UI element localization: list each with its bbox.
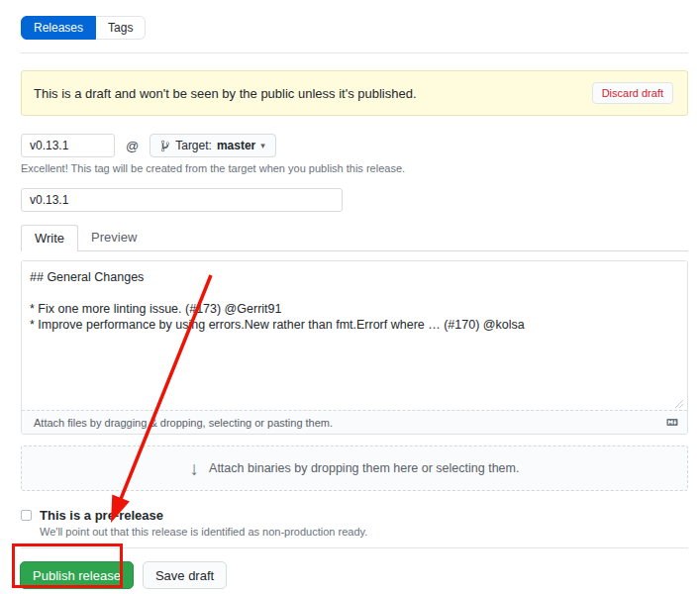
release-title-input[interactable] [21, 188, 343, 212]
actions-row: Publish release Save draft [21, 561, 688, 589]
actions-divider [21, 547, 688, 548]
arrow-down-icon: ↓ [190, 459, 200, 478]
tab-releases[interactable]: Releases [21, 16, 96, 40]
attach-files-bar[interactable]: Attach files by dragging & dropping, sel… [22, 410, 687, 434]
prerelease-label[interactable]: This is a pre-release [40, 508, 163, 523]
prerelease-section: This is a pre-release We'll point out th… [21, 508, 688, 538]
target-label: Target: [175, 139, 212, 152]
git-branch-icon [160, 140, 170, 152]
target-branch-name: master [217, 139, 255, 152]
draft-warning-text: This is a draft and won't be seen by the… [34, 86, 417, 101]
tab-write[interactable]: Write [21, 225, 78, 251]
releases-tags-switch: Releases Tags [21, 16, 688, 40]
attach-binaries-dropzone[interactable]: ↓ Attach binaries by dropping them here … [21, 446, 688, 491]
prerelease-checkbox[interactable] [21, 510, 32, 521]
editor-tab-nav: Write Preview [21, 225, 688, 251]
tab-tags[interactable]: Tags [96, 16, 146, 40]
at-symbol: @ [126, 139, 139, 153]
tag-helper-text: Excellent! This tag will be created from… [21, 162, 688, 174]
publish-release-button[interactable]: Publish release [20, 561, 134, 589]
top-divider [21, 52, 688, 53]
attach-files-hint: Attach files by dragging & dropping, sel… [34, 417, 333, 429]
discard-draft-button[interactable]: Discard draft [592, 82, 673, 104]
attach-binaries-text: Attach binaries by dropping them here or… [209, 461, 519, 475]
tag-target-row: @ Target: master ▾ [21, 134, 688, 157]
caret-down-icon: ▾ [260, 141, 265, 150]
prerelease-helper: We'll point out that this release is ide… [40, 526, 688, 538]
release-body-editor: ## General Changes * Fix one more lintin… [21, 260, 688, 435]
tag-name-input[interactable] [21, 134, 115, 157]
release-body-textarea[interactable]: ## General Changes * Fix one more lintin… [22, 261, 687, 410]
release-edit-page: Releases Tags This is a draft and won't … [21, 0, 688, 589]
tab-preview[interactable]: Preview [78, 225, 150, 250]
save-draft-button[interactable]: Save draft [143, 561, 227, 589]
markdown-icon [664, 417, 680, 428]
target-branch-dropdown[interactable]: Target: master ▾ [150, 134, 276, 157]
draft-warning-banner: This is a draft and won't be seen by the… [21, 70, 688, 116]
